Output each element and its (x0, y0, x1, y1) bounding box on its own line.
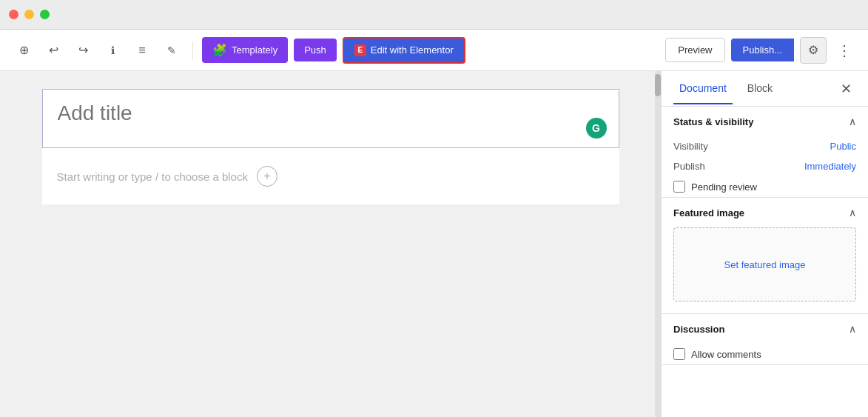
plus-circle-icon: + (263, 170, 270, 182)
settings-button[interactable]: ⚙ (800, 37, 827, 64)
sidebar-header: Document Block ✕ (662, 71, 868, 107)
main-layout: G Start writing or type / to choose a bl… (0, 71, 868, 417)
scrollbar[interactable] (655, 71, 661, 417)
allow-comments-checkbox[interactable] (673, 348, 685, 360)
tab-document[interactable]: Document (673, 73, 733, 104)
maximize-traffic-light[interactable] (40, 10, 50, 19)
status-visibility-section: Status & visibility ∧ Visibility Public … (662, 107, 868, 198)
chevron-up-icon-discussion: ∧ (849, 323, 856, 335)
visibility-label: Visibility (673, 141, 708, 152)
block-placeholder-text: Start writing or type / to choose a bloc… (57, 170, 248, 183)
minimize-traffic-light[interactable] (24, 10, 34, 19)
chevron-up-icon-featured: ∧ (849, 207, 856, 218)
set-featured-image-button[interactable]: Set featured image (673, 227, 856, 301)
main-toolbar: ⊕ ↩ ↪ ℹ ≡ ✎ 🧩 Templately Push E Edit wit… (0, 30, 868, 71)
publish-value-link[interactable]: Immediately (804, 161, 856, 172)
ellipsis-vertical-icon: ⋮ (837, 41, 852, 59)
list-icon: ≡ (138, 44, 145, 57)
undo-icon: ↩ (49, 43, 58, 57)
add-block-button[interactable]: + (257, 166, 277, 187)
publish-label: Publish (673, 161, 705, 172)
grammarly-icon: G (586, 118, 607, 139)
templately-icon: 🧩 (212, 43, 227, 57)
divider-1 (192, 41, 193, 59)
visibility-value-link[interactable]: Public (830, 141, 856, 152)
redo-button[interactable]: ↪ (71, 39, 95, 62)
featured-image-header[interactable]: Featured image ∧ (662, 198, 868, 227)
gear-icon: ⚙ (808, 43, 818, 57)
allow-comments-label: Allow comments (691, 349, 761, 360)
info-button[interactable]: ℹ (101, 39, 124, 62)
titlebar (0, 0, 868, 30)
info-icon: ℹ (111, 44, 115, 56)
elementor-icon: E (354, 44, 366, 56)
close-icon: ✕ (841, 81, 852, 97)
edit-with-elementor-button[interactable]: E Edit with Elementor (343, 37, 465, 64)
section-title-featured: Featured image (673, 207, 744, 218)
visibility-row: Visibility Public (662, 136, 868, 156)
tab-block[interactable]: Block (741, 73, 778, 104)
close-traffic-light[interactable] (9, 10, 18, 19)
chevron-up-icon: ∧ (849, 116, 856, 127)
featured-image-section: Featured image ∧ Set featured image (662, 198, 868, 314)
block-placeholder-area: Start writing or type / to choose a bloc… (42, 148, 619, 204)
discussion-header[interactable]: Discussion ∧ (662, 314, 868, 344)
pending-review-checkbox[interactable] (673, 181, 685, 193)
section-title-status: Status & visibility (673, 116, 753, 127)
title-area: G (42, 89, 619, 148)
post-title-input[interactable] (58, 101, 604, 125)
scroll-thumb[interactable] (655, 74, 661, 96)
tools-icon: ✎ (167, 44, 176, 56)
tools-button[interactable]: ✎ (160, 39, 184, 62)
status-visibility-header[interactable]: Status & visibility ∧ (662, 107, 868, 136)
list-view-button[interactable]: ≡ (130, 39, 154, 62)
pending-review-label: Pending review (691, 181, 757, 193)
more-options-button[interactable]: ⋮ (832, 39, 856, 62)
preview-button[interactable]: Preview (665, 38, 724, 62)
push-button[interactable]: Push (294, 39, 337, 61)
editor-content: G Start writing or type / to choose a bl… (42, 89, 619, 204)
templately-button[interactable]: 🧩 Templately (202, 37, 288, 63)
plus-icon: ⊕ (19, 43, 29, 57)
section-title-discussion: Discussion (673, 324, 724, 335)
sidebar-panel: Document Block ✕ Status & visibility ∧ V… (661, 71, 868, 417)
set-featured-image-link[interactable]: Set featured image (724, 259, 806, 270)
discussion-section: Discussion ∧ Allow comments (662, 314, 868, 365)
editor-area: G Start writing or type / to choose a bl… (0, 71, 661, 417)
redo-icon: ↪ (78, 43, 88, 57)
pending-review-row: Pending review (662, 176, 868, 197)
add-block-toolbar-button[interactable]: ⊕ (12, 39, 36, 62)
allow-comments-row: Allow comments (662, 344, 868, 364)
undo-button[interactable]: ↩ (41, 39, 65, 62)
publish-row: Publish Immediately (662, 156, 868, 176)
publish-button[interactable]: Publish... (731, 39, 794, 61)
sidebar-close-button[interactable]: ✕ (835, 79, 856, 99)
